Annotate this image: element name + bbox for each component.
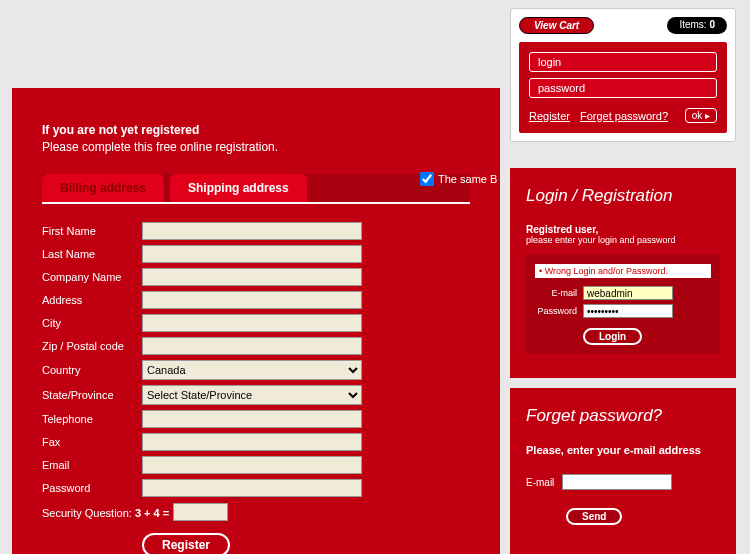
label-country: Country	[42, 364, 142, 376]
login-input[interactable]	[529, 52, 717, 72]
label-email: Email	[42, 459, 142, 471]
forget-password-link[interactable]: Forget password?	[580, 110, 668, 122]
registration-form: If you are not yet registered Please com…	[12, 88, 500, 554]
label-address: Address	[42, 294, 142, 306]
items-count: Items: 0	[667, 17, 727, 34]
forget-panel: Forget password? Please, enter your e-ma…	[510, 388, 736, 554]
login-email-label: E-mail	[535, 288, 577, 298]
login-pass-label: Password	[535, 306, 577, 316]
label-pass: Password	[42, 482, 142, 494]
label-first: First Name	[42, 225, 142, 237]
forget-title: Forget password?	[526, 406, 720, 426]
state-select[interactable]: Select State/Province	[142, 385, 362, 405]
register-link[interactable]: Register	[529, 110, 570, 122]
tab-shipping[interactable]: Shipping address	[170, 174, 307, 202]
same-billing-checkbox-row: The same B	[420, 172, 497, 186]
last-name-input[interactable]	[142, 245, 362, 263]
view-cart-button[interactable]: View Cart	[519, 17, 594, 34]
label-fax: Fax	[42, 436, 142, 448]
login-button[interactable]: Login	[583, 328, 642, 345]
login-panel-title: Login / Registration	[526, 186, 720, 206]
address-input[interactable]	[142, 291, 362, 309]
same-checkbox[interactable]	[420, 172, 434, 186]
login-error: Wrong Login and/or Password.	[535, 264, 711, 278]
forget-email-label: E-mail	[526, 477, 554, 488]
city-input[interactable]	[142, 314, 362, 332]
security-answer-input[interactable]	[173, 503, 228, 521]
security-question: Security Question: 3 + 4 =	[42, 503, 470, 521]
label-state: State/Province	[42, 389, 142, 401]
register-button[interactable]: Register	[142, 533, 230, 554]
login-panel-sub1: Registred user,	[526, 224, 720, 235]
label-tel: Telephone	[42, 413, 142, 425]
fax-input[interactable]	[142, 433, 362, 451]
label-zip: Zip / Postal code	[42, 340, 142, 352]
label-company: Company Name	[42, 271, 142, 283]
login-panel-sub2: please enter your login and password	[526, 235, 720, 245]
company-input[interactable]	[142, 268, 362, 286]
login-pass-input[interactable]	[583, 304, 673, 318]
login-email-input[interactable]	[583, 286, 673, 300]
same-label: The same B	[438, 173, 497, 185]
label-last: Last Name	[42, 248, 142, 260]
forget-msg: Please, enter your e-mail address	[526, 444, 720, 456]
tab-billing[interactable]: Billing address	[42, 174, 164, 202]
login-panel: Login / Registration Registred user, ple…	[510, 168, 736, 378]
telephone-input[interactable]	[142, 410, 362, 428]
forget-email-input[interactable]	[562, 474, 672, 490]
zip-input[interactable]	[142, 337, 362, 355]
first-name-input[interactable]	[142, 222, 362, 240]
email-input[interactable]	[142, 456, 362, 474]
reg-title: If you are not yet registered	[42, 123, 470, 137]
send-button[interactable]: Send	[566, 508, 622, 525]
label-city: City	[42, 317, 142, 329]
reg-subtitle: Please complete this free online registr…	[42, 140, 470, 154]
ok-button[interactable]: ok ▸	[685, 108, 717, 123]
cart-widget: View Cart Items: 0 Register Forget passw…	[510, 8, 736, 142]
password-input[interactable]	[529, 78, 717, 98]
reg-password-input[interactable]	[142, 479, 362, 497]
country-select[interactable]: Canada	[142, 360, 362, 380]
